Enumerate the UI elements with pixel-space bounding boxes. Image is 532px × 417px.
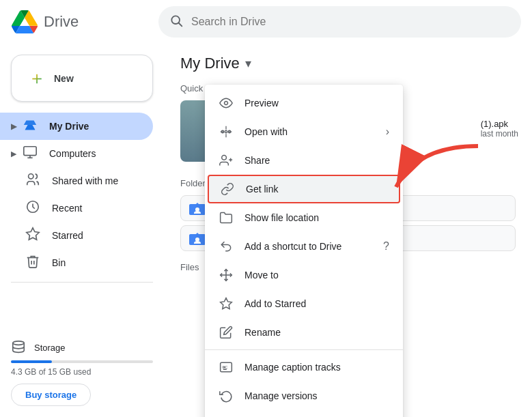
logo-area: Drive <box>11 10 148 33</box>
sidebar-item-label: Computers <box>49 148 96 159</box>
sidebar-item-label: Recent <box>52 203 82 214</box>
sidebar-item-label: Bin <box>52 257 66 268</box>
menu-item-manage-versions[interactable]: Manage versions <box>205 382 403 410</box>
menu-item-label: Move to <box>244 270 279 281</box>
link-icon <box>220 182 235 197</box>
menu-divider <box>205 349 403 350</box>
sidebar-item-computers[interactable]: ▶ Computers <box>0 140 153 167</box>
content-area: My Drive ▾ Quick ac Folders <box>164 44 532 417</box>
context-menu-overlay: Preview Open with › <box>164 44 532 417</box>
computer-icon <box>22 145 38 163</box>
search-bar[interactable] <box>158 6 521 38</box>
svg-rect-2 <box>24 146 36 155</box>
sidebar-divider <box>11 282 153 283</box>
menu-item-get-link[interactable]: Get link <box>208 175 400 203</box>
bin-icon <box>25 254 41 272</box>
menu-item-label: Manage caption tracks <box>244 362 341 373</box>
menu-item-add-starred[interactable]: Add to Starred <box>205 289 403 318</box>
sidebar-item-bin[interactable]: Bin <box>0 249 153 276</box>
svg-point-16 <box>225 130 227 132</box>
menu-item-label: Share <box>244 155 270 166</box>
search-icon <box>169 14 183 31</box>
storage-section: Storage 4.3 GB of 15 GB used Buy storage <box>0 334 164 412</box>
menu-item-label: Preview <box>244 98 279 109</box>
menu-item-share[interactable]: Share <box>205 146 403 175</box>
search-input[interactable] <box>191 16 510 28</box>
new-button[interactable]: ＋ New <box>11 55 153 102</box>
menu-item-move-to[interactable]: Move to <box>205 261 403 289</box>
expand-arrow-icon: ▶ <box>11 149 16 158</box>
buy-storage-button[interactable]: Buy storage <box>11 384 91 406</box>
sidebar-item-label: Shared with me <box>52 175 118 186</box>
sidebar: ＋ New ▶ My Drive ▶ <box>0 44 164 417</box>
help-icon: ? <box>383 240 389 253</box>
svg-point-19 <box>222 156 227 160</box>
header: Drive <box>0 0 532 44</box>
sidebar-item-recent[interactable]: Recent <box>0 195 153 222</box>
sidebar-item-label: Starred <box>52 230 83 241</box>
drive-logo-icon <box>11 10 38 33</box>
menu-item-open-with[interactable]: Open with › <box>205 117 403 146</box>
sidebar-item-my-drive[interactable]: ▶ My Drive <box>0 113 153 140</box>
shared-icon <box>25 172 41 190</box>
folder-icon <box>219 210 234 225</box>
storage-bar-background <box>11 360 153 363</box>
storage-usage-text: 4.3 GB of 15 GB used <box>11 367 153 377</box>
storage-bar-fill <box>11 360 52 363</box>
sidebar-item-label: My Drive <box>49 121 89 132</box>
svg-text:CC: CC <box>222 365 227 369</box>
svg-point-5 <box>29 173 33 178</box>
menu-item-label: Add to Starred <box>244 298 306 309</box>
new-plus-icon: ＋ <box>28 66 46 90</box>
chevron-right-icon: › <box>386 126 389 138</box>
svg-point-15 <box>225 102 228 105</box>
sidebar-item-starred[interactable]: Starred <box>0 222 153 249</box>
shortcut-icon <box>219 239 234 254</box>
context-menu: Preview Open with › <box>205 85 403 417</box>
menu-item-preview[interactable]: Preview <box>205 89 403 117</box>
eye-icon <box>219 96 234 111</box>
menu-item-rename[interactable]: Rename <box>205 318 403 347</box>
svg-point-8 <box>13 341 25 345</box>
menu-item-label: Get link <box>246 184 278 195</box>
menu-item-show-location[interactable]: Show file location <box>205 203 403 232</box>
main-layout: ＋ New ▶ My Drive ▶ <box>0 44 532 417</box>
menu-item-label: Manage versions <box>244 390 318 401</box>
cc-icon: CC <box>219 360 234 375</box>
svg-line-1 <box>179 23 182 26</box>
storage-icon <box>11 340 26 355</box>
svg-marker-24 <box>221 298 232 309</box>
menu-item-manage-captions[interactable]: CC Manage caption tracks <box>205 353 403 382</box>
menu-item-make-copy[interactable]: Make a copy <box>205 410 403 417</box>
menu-item-label: Add a shortcut to Drive <box>244 241 341 252</box>
storage-label: Storage <box>11 340 153 355</box>
person-add-icon <box>219 153 234 168</box>
menu-item-add-shortcut[interactable]: Add a shortcut to Drive ? <box>205 232 403 261</box>
star-icon <box>25 227 41 245</box>
pencil-icon <box>219 325 234 340</box>
sidebar-item-shared[interactable]: Shared with me <box>0 167 153 195</box>
menu-item-label: Open with <box>244 126 288 137</box>
app-title: Drive <box>44 13 79 31</box>
open-with-icon <box>219 124 234 139</box>
menu-item-label: Show file location <box>244 212 319 223</box>
versions-icon <box>219 388 234 403</box>
expand-arrow-icon: ▶ <box>11 122 16 131</box>
recent-icon <box>25 199 41 218</box>
svg-marker-7 <box>27 227 39 239</box>
menu-item-label: Rename <box>244 327 281 338</box>
my-drive-icon <box>22 117 38 136</box>
move-icon <box>219 268 234 283</box>
star-icon <box>219 296 234 311</box>
new-button-label: New <box>54 73 74 84</box>
